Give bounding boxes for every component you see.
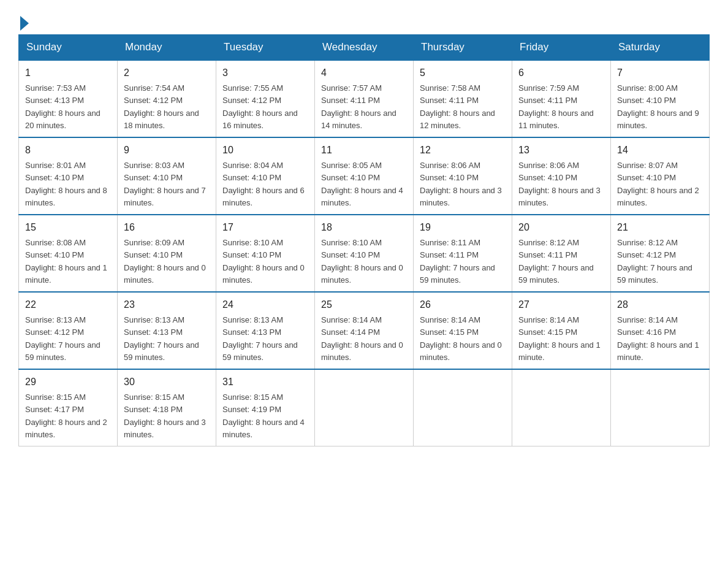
day-info: Sunrise: 8:15 AMSunset: 4:19 PMDaylight:…	[222, 393, 305, 439]
day-header-monday: Monday	[118, 35, 216, 61]
calendar-day-23: 23Sunrise: 8:13 AMSunset: 4:13 PMDayligh…	[118, 292, 216, 369]
calendar-day-13: 13Sunrise: 8:06 AMSunset: 4:10 PMDayligh…	[512, 137, 611, 215]
day-header-thursday: Thursday	[414, 35, 512, 61]
calendar-day-31: 31Sunrise: 8:15 AMSunset: 4:19 PMDayligh…	[216, 369, 315, 446]
calendar-day-19: 19Sunrise: 8:11 AMSunset: 4:11 PMDayligh…	[414, 215, 512, 292]
day-number: 19	[420, 220, 506, 235]
day-number: 13	[518, 143, 604, 158]
calendar-day-29: 29Sunrise: 8:15 AMSunset: 4:17 PMDayligh…	[19, 369, 118, 446]
day-number: 22	[25, 297, 111, 312]
day-info: Sunrise: 8:06 AMSunset: 4:10 PMDaylight:…	[518, 161, 601, 207]
day-header-tuesday: Tuesday	[216, 35, 315, 61]
day-number: 6	[518, 66, 604, 80]
calendar-day-empty	[611, 369, 710, 446]
day-info: Sunrise: 8:11 AMSunset: 4:11 PMDaylight:…	[420, 238, 495, 285]
day-info: Sunrise: 8:13 AMSunset: 4:13 PMDaylight:…	[124, 315, 199, 362]
day-number: 24	[222, 297, 308, 312]
calendar-week-row: 15Sunrise: 8:08 AMSunset: 4:10 PMDayligh…	[19, 215, 710, 292]
calendar-day-20: 20Sunrise: 8:12 AMSunset: 4:11 PMDayligh…	[512, 215, 611, 292]
day-info: Sunrise: 8:12 AMSunset: 4:12 PMDaylight:…	[617, 238, 692, 285]
calendar-day-30: 30Sunrise: 8:15 AMSunset: 4:18 PMDayligh…	[118, 369, 216, 446]
calendar-day-3: 3Sunrise: 7:55 AMSunset: 4:12 PMDaylight…	[216, 60, 315, 137]
calendar-day-11: 11Sunrise: 8:05 AMSunset: 4:10 PMDayligh…	[315, 137, 414, 215]
day-info: Sunrise: 7:57 AMSunset: 4:11 PMDaylight:…	[321, 83, 396, 130]
day-number: 15	[25, 220, 111, 235]
calendar-table: SundayMondayTuesdayWednesdayThursdayFrid…	[18, 34, 710, 446]
day-info: Sunrise: 8:14 AMSunset: 4:16 PMDaylight:…	[617, 315, 699, 362]
calendar-day-7: 7Sunrise: 8:00 AMSunset: 4:10 PMDaylight…	[611, 60, 710, 137]
day-number: 5	[420, 66, 506, 80]
day-info: Sunrise: 7:54 AMSunset: 4:12 PMDaylight:…	[124, 83, 199, 130]
calendar-day-8: 8Sunrise: 8:01 AMSunset: 4:10 PMDaylight…	[19, 137, 118, 215]
logo-arrow-icon	[20, 16, 29, 31]
calendar-day-22: 22Sunrise: 8:13 AMSunset: 4:12 PMDayligh…	[19, 292, 118, 369]
calendar-day-5: 5Sunrise: 7:58 AMSunset: 4:11 PMDaylight…	[414, 60, 512, 137]
calendar-header-row: SundayMondayTuesdayWednesdayThursdayFrid…	[19, 35, 710, 61]
day-number: 9	[124, 143, 210, 158]
calendar-day-28: 28Sunrise: 8:14 AMSunset: 4:16 PMDayligh…	[611, 292, 710, 369]
day-number: 28	[617, 297, 703, 312]
calendar-day-25: 25Sunrise: 8:14 AMSunset: 4:14 PMDayligh…	[315, 292, 414, 369]
day-info: Sunrise: 8:14 AMSunset: 4:15 PMDaylight:…	[420, 315, 502, 362]
day-info: Sunrise: 8:07 AMSunset: 4:10 PMDaylight:…	[617, 161, 699, 207]
calendar-day-1: 1Sunrise: 7:53 AMSunset: 4:13 PMDaylight…	[19, 60, 118, 137]
day-number: 27	[518, 297, 604, 312]
day-number: 1	[25, 66, 111, 80]
day-number: 25	[321, 297, 407, 312]
calendar-day-21: 21Sunrise: 8:12 AMSunset: 4:12 PMDayligh…	[611, 215, 710, 292]
page-header	[18, 12, 710, 28]
day-number: 7	[617, 66, 703, 80]
calendar-day-24: 24Sunrise: 8:13 AMSunset: 4:13 PMDayligh…	[216, 292, 315, 369]
calendar-day-4: 4Sunrise: 7:57 AMSunset: 4:11 PMDaylight…	[315, 60, 414, 137]
calendar-day-26: 26Sunrise: 8:14 AMSunset: 4:15 PMDayligh…	[414, 292, 512, 369]
calendar-day-17: 17Sunrise: 8:10 AMSunset: 4:10 PMDayligh…	[216, 215, 315, 292]
day-number: 3	[222, 66, 308, 80]
calendar-week-row: 1Sunrise: 7:53 AMSunset: 4:13 PMDaylight…	[19, 60, 710, 137]
day-info: Sunrise: 8:10 AMSunset: 4:10 PMDaylight:…	[222, 238, 305, 285]
day-number: 11	[321, 143, 407, 158]
day-info: Sunrise: 8:06 AMSunset: 4:10 PMDaylight:…	[420, 161, 502, 207]
day-info: Sunrise: 8:09 AMSunset: 4:10 PMDaylight:…	[124, 238, 206, 285]
calendar-day-empty	[414, 369, 512, 446]
day-info: Sunrise: 8:00 AMSunset: 4:10 PMDaylight:…	[617, 83, 699, 130]
day-info: Sunrise: 8:03 AMSunset: 4:10 PMDaylight:…	[124, 161, 206, 207]
day-number: 31	[222, 375, 308, 389]
day-info: Sunrise: 8:08 AMSunset: 4:10 PMDaylight:…	[25, 238, 107, 285]
day-header-wednesday: Wednesday	[315, 35, 414, 61]
day-number: 21	[617, 220, 703, 235]
day-info: Sunrise: 8:14 AMSunset: 4:14 PMDaylight:…	[321, 315, 403, 362]
day-info: Sunrise: 8:05 AMSunset: 4:10 PMDaylight:…	[321, 161, 403, 207]
calendar-week-row: 22Sunrise: 8:13 AMSunset: 4:12 PMDayligh…	[19, 292, 710, 369]
day-number: 20	[518, 220, 604, 235]
day-number: 8	[25, 143, 111, 158]
day-info: Sunrise: 7:55 AMSunset: 4:12 PMDaylight:…	[222, 83, 298, 130]
calendar-day-14: 14Sunrise: 8:07 AMSunset: 4:10 PMDayligh…	[611, 137, 710, 215]
calendar-day-9: 9Sunrise: 8:03 AMSunset: 4:10 PMDaylight…	[118, 137, 216, 215]
calendar-day-12: 12Sunrise: 8:06 AMSunset: 4:10 PMDayligh…	[414, 137, 512, 215]
day-number: 2	[124, 66, 210, 80]
day-number: 16	[124, 220, 210, 235]
day-info: Sunrise: 8:15 AMSunset: 4:18 PMDaylight:…	[124, 393, 206, 439]
day-header-saturday: Saturday	[611, 35, 710, 61]
day-info: Sunrise: 8:13 AMSunset: 4:13 PMDaylight:…	[222, 315, 298, 362]
day-info: Sunrise: 7:59 AMSunset: 4:11 PMDaylight:…	[518, 83, 594, 130]
day-number: 12	[420, 143, 506, 158]
day-number: 14	[617, 143, 703, 158]
day-number: 29	[25, 375, 111, 389]
day-info: Sunrise: 8:14 AMSunset: 4:15 PMDaylight:…	[518, 315, 601, 362]
day-info: Sunrise: 8:10 AMSunset: 4:10 PMDaylight:…	[321, 238, 403, 285]
day-info: Sunrise: 8:13 AMSunset: 4:12 PMDaylight:…	[25, 315, 100, 362]
day-info: Sunrise: 8:01 AMSunset: 4:10 PMDaylight:…	[25, 161, 107, 207]
calendar-day-empty	[315, 369, 414, 446]
day-number: 4	[321, 66, 407, 80]
day-number: 26	[420, 297, 506, 312]
day-number: 30	[124, 375, 210, 389]
logo	[18, 12, 29, 28]
calendar-day-empty	[512, 369, 611, 446]
day-number: 17	[222, 220, 308, 235]
calendar-day-16: 16Sunrise: 8:09 AMSunset: 4:10 PMDayligh…	[118, 215, 216, 292]
day-info: Sunrise: 7:53 AMSunset: 4:13 PMDaylight:…	[25, 83, 100, 130]
day-header-friday: Friday	[512, 35, 611, 61]
calendar-day-27: 27Sunrise: 8:14 AMSunset: 4:15 PMDayligh…	[512, 292, 611, 369]
day-info: Sunrise: 7:58 AMSunset: 4:11 PMDaylight:…	[420, 83, 495, 130]
